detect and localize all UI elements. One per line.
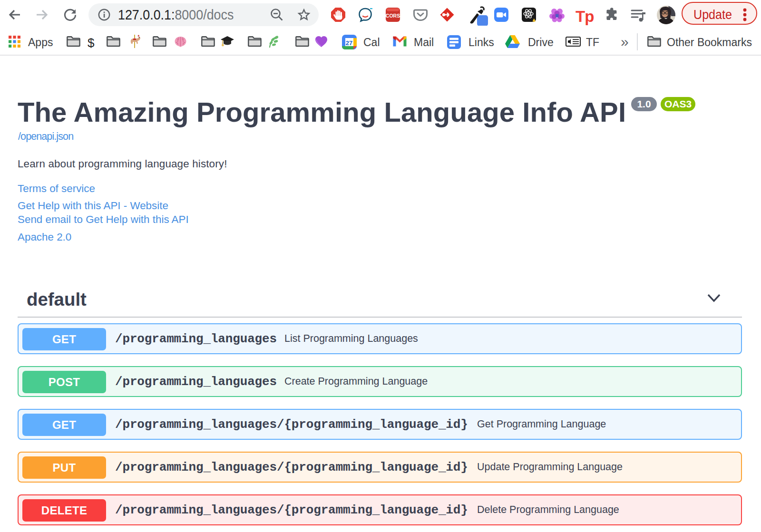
svg-text:CORS: CORS <box>386 13 400 19</box>
svg-text:27: 27 <box>346 39 352 47</box>
